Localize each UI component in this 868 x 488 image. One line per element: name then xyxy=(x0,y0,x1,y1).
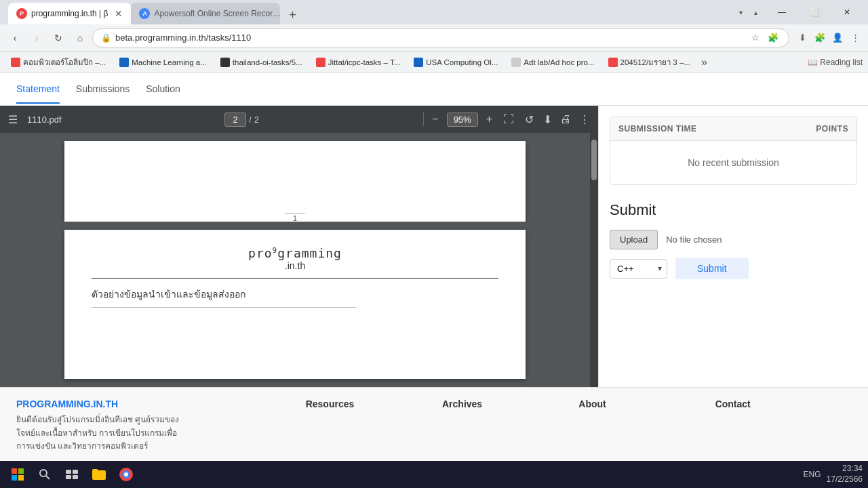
pdf-zoom-out-button[interactable]: − xyxy=(429,110,441,128)
language-select-wrapper: C++ Python Java xyxy=(610,259,667,279)
address-bar-icons: ☆ 🧩 xyxy=(748,30,781,45)
pdf-zoom-in-button[interactable]: + xyxy=(484,110,495,128)
svg-line-5 xyxy=(46,476,50,479)
svg-rect-7 xyxy=(73,470,78,474)
bookmark-4-favicon xyxy=(316,58,326,67)
pdf-page-separator: / xyxy=(249,115,252,125)
language-select[interactable]: C++ Python Java xyxy=(610,259,667,279)
taskbar-date: 17/2/2566 xyxy=(827,474,863,485)
submit-button[interactable]: Submit xyxy=(675,258,749,279)
bookmark-7-label: 204512/มรายา 3 –... xyxy=(620,56,690,68)
footer-brand-desc-1: ยินดีต้อนรับสู่โปรแกรมมิ่งอินทีเอช ศูนย์… xyxy=(16,413,290,426)
search-button[interactable] xyxy=(33,462,57,487)
pdf-page-number-1: 1 xyxy=(293,214,297,222)
bookmark-5-label: USA Computing Ol... xyxy=(426,58,498,66)
minimize-button[interactable]: — xyxy=(766,0,797,24)
bookmark-2[interactable]: Machine Learning a... xyxy=(114,56,212,68)
extension-puzzle-icon[interactable]: 🧩 xyxy=(766,30,781,45)
bookmark-star-icon[interactable]: ☆ xyxy=(748,30,763,45)
more-bookmarks-button[interactable]: » xyxy=(701,56,707,68)
pdf-toolbar-right: ⬇ 🖨 ⋮ xyxy=(540,110,593,129)
profile-icon[interactable]: 👤 xyxy=(830,30,845,45)
bookmark-7[interactable]: 204512/มรายา 3 –... xyxy=(603,55,696,70)
pdf-current-page[interactable] xyxy=(224,113,246,127)
footer-archives-title: Archives xyxy=(442,399,578,409)
tab-2-title: Apowersoft Online Screen Recor… xyxy=(154,9,280,18)
footer-resources-title: Resources xyxy=(306,399,442,409)
close-button[interactable]: ✕ xyxy=(831,0,863,24)
extensions-icon[interactable]: 🧩 xyxy=(812,30,827,45)
page-nav: Statement Submissions Solution xyxy=(0,73,868,106)
pdf-viewer-wrapper: ☰ 1110.pdf / 2 − 95% + ⛶ ↺ xyxy=(0,106,598,387)
chrome-button[interactable] xyxy=(114,462,138,487)
svg-rect-9 xyxy=(73,475,78,479)
nav-submissions[interactable]: Submissions xyxy=(76,75,130,104)
upload-button[interactable]: Upload xyxy=(610,230,658,249)
pdf-thai-text: ตัวอย่างข้อมูลนำเข้าและข้อมูลส่งออก xyxy=(92,287,245,302)
footer-col-contact: Contact xyxy=(715,399,852,453)
bookmark-6[interactable]: Adt lab/Ad hoc pro... xyxy=(506,56,599,68)
address-bar[interactable]: 🔒 beta.programming.in.th/tasks/1110 ☆ 🧩 xyxy=(92,28,789,47)
reading-list-button[interactable]: 📖 Reading list xyxy=(808,58,863,67)
browser-chrome: P programming.in.th | β ✕ A Apowersoft O… xyxy=(0,0,868,73)
tab-1[interactable]: P programming.in.th | β ✕ xyxy=(8,3,131,24)
svg-rect-0 xyxy=(12,468,17,474)
home-button[interactable]: ⌂ xyxy=(71,28,90,47)
svg-point-12 xyxy=(124,472,128,476)
page-content: ☰ 1110.pdf / 2 − 95% + ⛶ ↺ xyxy=(0,106,868,387)
back-button[interactable]: ‹ xyxy=(5,28,24,47)
no-submission-message: No recent submission xyxy=(688,157,779,168)
svg-rect-8 xyxy=(66,475,71,479)
forward-button[interactable]: › xyxy=(27,28,46,47)
nav-statement[interactable]: Statement xyxy=(16,75,60,104)
footer-contact-title: Contact xyxy=(715,399,852,409)
pdf-print-button[interactable]: 🖨 xyxy=(557,110,574,128)
menu-icon[interactable]: ⋮ xyxy=(848,30,863,45)
pdf-more-button[interactable]: ⋮ xyxy=(576,110,593,129)
bookmark-3-favicon xyxy=(220,58,230,67)
pdf-scrollbar[interactable] xyxy=(590,133,598,387)
nav-solution[interactable]: Solution xyxy=(146,75,180,104)
pdf-content[interactable]: 1 pro9gramming .in.th ตัวอย่างข้อมูลนำเข… xyxy=(0,133,590,387)
pdf-rotate-button[interactable]: ↺ xyxy=(522,110,536,129)
tab-1-title: programming.in.th | β xyxy=(31,9,108,18)
bookmark-1-favicon xyxy=(11,58,20,67)
footer-col-about: About xyxy=(578,399,715,453)
task-view-button[interactable] xyxy=(60,462,84,487)
nav-bar: ‹ › ↻ ⌂ 🔒 beta.programming.in.th/tasks/1… xyxy=(0,24,868,52)
bookmarks-bar: คอมพิวเตอร์โอลิมปิก –... Machine Learnin… xyxy=(0,52,868,73)
pdf-toolbar: ☰ 1110.pdf / 2 − 95% + ⛶ ↺ xyxy=(0,106,598,133)
bookmark-3-label: thailand-oi-tasks/5... xyxy=(233,58,302,66)
footer-col-resources: Resources xyxy=(306,399,442,453)
svg-rect-3 xyxy=(18,475,24,481)
new-tab-button[interactable]: + xyxy=(283,5,302,24)
file-explorer-button[interactable] xyxy=(87,462,111,487)
bookmark-5[interactable]: USA Computing Ol... xyxy=(408,56,503,68)
tab-1-close[interactable]: ✕ xyxy=(115,8,123,19)
maximize-button[interactable]: ⬜ xyxy=(799,0,830,24)
start-button[interactable] xyxy=(5,462,30,487)
taskbar-lang: ENG xyxy=(804,470,821,479)
bookmark-1[interactable]: คอมพิวเตอร์โอลิมปิก –... xyxy=(5,55,111,70)
pdf-viewer: ☰ 1110.pdf / 2 − 95% + ⛶ ↺ xyxy=(0,106,598,387)
pdf-download-button[interactable]: ⬇ xyxy=(540,110,555,129)
toolbar-divider1 xyxy=(423,113,424,126)
bookmark-4-label: Jittat/icpc-tasks – T... xyxy=(328,58,401,66)
no-file-label: No file chosen xyxy=(666,235,722,245)
tab-2[interactable]: A Apowersoft Online Screen Recor… ✕ xyxy=(131,3,280,24)
pdf-body: 1 pro9gramming .in.th ตัวอย่างข้อมูลนำเข… xyxy=(0,133,598,387)
bookmark-4[interactable]: Jittat/icpc-tasks – T... xyxy=(311,56,406,68)
pdf-line2 xyxy=(92,307,356,308)
bookmark-5-favicon xyxy=(414,58,423,67)
pdf-fit-page-button[interactable]: ⛶ xyxy=(500,110,517,128)
footer-col-archives: Archives xyxy=(442,399,578,453)
tab-bar: P programming.in.th | β ✕ A Apowersoft O… xyxy=(5,0,734,24)
window-controls: ▾ ▴ — ⬜ ✕ xyxy=(734,0,863,24)
downloads-icon[interactable]: ⬇ xyxy=(795,30,810,45)
pdf-total-pages: 2 xyxy=(254,115,259,125)
bookmark-3[interactable]: thailand-oi-tasks/5... xyxy=(215,56,308,68)
pdf-menu-button[interactable]: ☰ xyxy=(5,110,20,129)
bookmark-7-favicon xyxy=(608,58,618,67)
pdf-scroll-thumb[interactable] xyxy=(591,140,597,180)
reload-button[interactable]: ↻ xyxy=(49,28,68,47)
